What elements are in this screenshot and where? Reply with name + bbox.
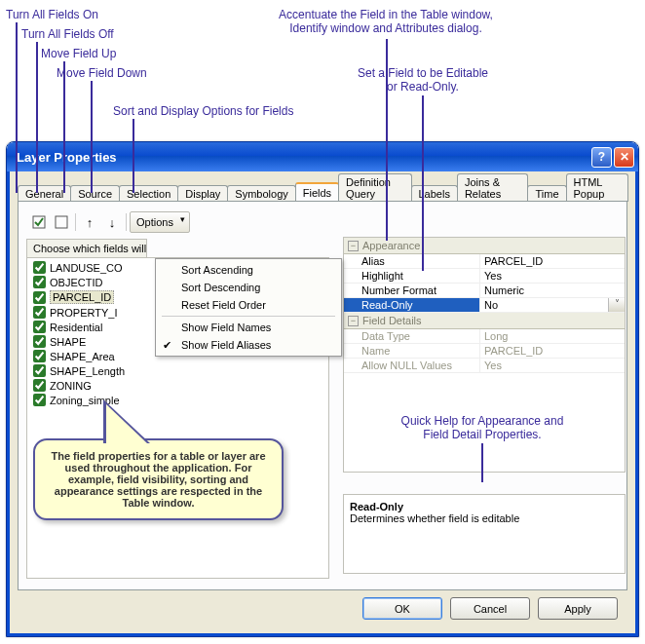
field-label: SHAPE [50, 336, 86, 348]
svg-rect-1 [56, 216, 67, 228]
prop-value[interactable]: PARCEL_ID [480, 254, 625, 268]
prop-key: Allow NULL Values [344, 359, 480, 372]
field-checkbox[interactable] [33, 261, 46, 274]
layer-properties-dialog: Layer Properties ? ✕ General Source Sele… [6, 141, 639, 637]
field-checkbox[interactable] [33, 276, 46, 288]
prop-key: Data Type [344, 329, 480, 343]
collapse-icon[interactable]: − [348, 241, 359, 251]
menu-reset-order[interactable]: Reset Field Order [158, 296, 339, 314]
menu-label: Show Field Names [181, 322, 271, 333]
prop-value: Yes [480, 359, 625, 372]
prop-data-type: Data TypeLong [344, 329, 625, 344]
fields-panel: ↑ ↓ Options Choose which fields will LAN… [18, 201, 627, 590]
menu-label: Show Field Aliases [181, 339, 271, 351]
menu-show-field-aliases[interactable]: ✔Show Field Aliases [158, 336, 339, 354]
help-body: Determines whether field is editable [350, 512, 519, 524]
callout-move-down: Move Field Down [57, 66, 147, 80]
prop-alias[interactable]: AliasPARCEL_ID [344, 254, 625, 269]
callout-all-off: Turn All Fields Off [21, 27, 114, 41]
move-down-button[interactable]: ↓ [101, 211, 123, 233]
prop-value: PARCEL_ID [480, 344, 625, 358]
field-label: PROPERTY_I [50, 307, 118, 319]
prop-allow-null: Allow NULL ValuesYes [344, 359, 625, 373]
quick-help-box: Read-Only Determines whether field is ed… [343, 494, 626, 574]
field-label: ZONING [50, 380, 92, 392]
titlebar: Layer Properties ? ✕ [7, 142, 638, 171]
dialog-button-row: OK Cancel Apply [362, 597, 618, 620]
options-button[interactable]: Options [130, 211, 190, 233]
uncheck-all-icon [55, 215, 68, 229]
field-checkbox[interactable] [33, 364, 46, 377]
cancel-button[interactable]: Cancel [450, 597, 530, 620]
tab-labels[interactable]: Labels [411, 185, 458, 202]
prop-number-format[interactable]: Number FormatNumeric [344, 284, 625, 298]
tab-strip: General Source Selection Display Symbolo… [18, 179, 627, 201]
prop-value[interactable]: Yes [480, 269, 625, 283]
callout-quickhelp: Quick Help for Appearance and Field Deta… [370, 414, 594, 442]
options-menu: Sort Ascending Sort Descending Reset Fie… [155, 258, 342, 357]
all-fields-on-button[interactable] [28, 211, 50, 233]
list-item[interactable]: ZONING [27, 378, 328, 393]
field-checkbox[interactable] [33, 306, 46, 319]
field-label: OBJECTID [50, 277, 102, 288]
prop-key: Alias [344, 254, 480, 268]
callout-editable: Set a Field to be Editable or Read-Only. [335, 66, 511, 95]
list-item[interactable]: SHAPE_Length [27, 363, 328, 378]
prop-value: Long [480, 329, 625, 343]
menu-sort-ascending[interactable]: Sort Ascending [158, 261, 339, 279]
prop-key: Highlight [344, 269, 480, 283]
prop-key: Name [344, 344, 480, 358]
all-fields-off-button[interactable] [51, 211, 72, 233]
prop-value-dropdown[interactable]: No [480, 298, 625, 312]
ok-button[interactable]: OK [362, 597, 442, 620]
tab-selection[interactable]: Selection [119, 185, 178, 202]
field-label: PARCEL_ID [50, 290, 114, 304]
fields-toolbar: ↑ ↓ Options [26, 209, 619, 235]
check-all-icon [32, 215, 46, 229]
tab-joins-relates[interactable]: Joins & Relates [457, 173, 529, 202]
tab-display[interactable]: Display [177, 185, 228, 202]
callout-sort-opts: Sort and Display Options for Fields [113, 104, 293, 118]
tab-fields[interactable]: Fields [295, 182, 339, 201]
prop-key: Read-Only [344, 298, 480, 312]
callout-accent: Accentuate the Field in the Table window… [259, 8, 512, 36]
apply-button[interactable]: Apply [538, 597, 618, 620]
field-checkbox[interactable] [33, 321, 46, 333]
category-label: Field Details [362, 315, 422, 326]
field-checkbox[interactable] [33, 379, 46, 392]
collapse-icon[interactable]: − [348, 316, 359, 326]
category-label: Appearance [362, 240, 420, 251]
help-title: Read-Only [350, 501, 619, 512]
field-checkbox[interactable] [33, 350, 46, 362]
speech-callout: The field properties for a table or laye… [33, 438, 284, 520]
field-label: LANDUSE_CO [50, 262, 123, 274]
tab-source[interactable]: Source [70, 185, 120, 202]
field-label: SHAPE_Length [50, 365, 125, 377]
callout-move-up: Move Field Up [41, 47, 116, 60]
prop-read-only[interactable]: Read-OnlyNo [344, 298, 625, 313]
help-button[interactable]: ? [591, 147, 612, 168]
prop-value[interactable]: Numeric [480, 284, 625, 297]
field-checkbox[interactable] [33, 394, 46, 406]
field-checkbox[interactable] [33, 291, 46, 304]
tab-time[interactable]: Time [527, 185, 566, 202]
check-icon: ✔ [163, 339, 171, 352]
menu-show-field-names[interactable]: Show Field Names [158, 319, 339, 336]
prop-highlight[interactable]: HighlightYes [344, 269, 625, 284]
prop-name: NamePARCEL_ID [344, 344, 625, 359]
tab-definition-query[interactable]: Definition Query [338, 173, 411, 202]
category-field-details[interactable]: −Field Details [344, 313, 625, 329]
field-label: SHAPE_Area [50, 351, 115, 362]
tab-symbology[interactable]: Symbology [227, 185, 295, 202]
close-button[interactable]: ✕ [614, 147, 634, 168]
tab-html-popup[interactable]: HTML Popup [566, 173, 628, 202]
choose-fields-label: Choose which fields will [26, 239, 147, 257]
move-up-button[interactable]: ↑ [79, 211, 100, 233]
menu-sort-descending[interactable]: Sort Descending [158, 279, 339, 296]
prop-key: Number Format [344, 284, 480, 297]
callout-all-on: Turn All Fields On [6, 8, 98, 21]
list-item[interactable]: Zoning_simple [27, 393, 328, 407]
field-label: Residential [50, 322, 102, 333]
window-title: Layer Properties [17, 150, 117, 165]
field-checkbox[interactable] [33, 335, 46, 348]
